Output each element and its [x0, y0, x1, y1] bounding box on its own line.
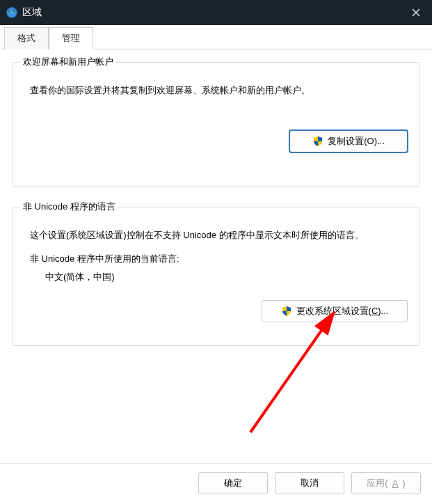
copy-settings-button[interactable]: 复制设置(O)...: [289, 130, 408, 152]
titlebar: 区域: [0, 0, 432, 25]
current-language-label: 非 Unicode 程序中所使用的当前语言:: [30, 253, 408, 265]
group-nonunicode-legend: 非 Unicode 程序的语言: [20, 200, 118, 213]
window-title: 区域: [22, 6, 42, 19]
copy-settings-button-label: 复制设置(O)...: [328, 135, 385, 148]
tab-format[interactable]: 格式: [4, 27, 49, 49]
ok-button[interactable]: 确定: [198, 472, 268, 494]
uac-shield-icon: [312, 136, 323, 147]
change-locale-button[interactable]: 更改系统区域设置(C)...: [262, 300, 408, 322]
tab-strip: 格式 管理: [0, 25, 432, 49]
close-button[interactable]: [400, 0, 432, 25]
tab-admin[interactable]: 管理: [49, 27, 93, 49]
group-welcome: 欢迎屏幕和新用户帐户 查看你的国际设置并将其复制到欢迎屏幕、系统帐户和新的用户帐…: [13, 62, 419, 187]
region-icon: [6, 6, 18, 19]
client-area: 格式 管理 欢迎屏幕和新用户帐户 查看你的国际设置并将其复制到欢迎屏幕、系统帐户…: [0, 25, 432, 504]
current-language-value: 中文(简体，中国): [45, 271, 408, 283]
footer-buttons: 确定 取消 应用(A): [0, 463, 432, 504]
group-nonunicode-desc: 这个设置(系统区域设置)控制在不支持 Unicode 的程序中显示文本时所使用的…: [30, 227, 408, 243]
change-locale-button-label: 更改系统区域设置(C)...: [296, 305, 389, 317]
tab-content: 欢迎屏幕和新用户帐户 查看你的国际设置并将其复制到欢迎屏幕、系统帐户和新的用户帐…: [0, 49, 432, 463]
group-welcome-legend: 欢迎屏幕和新用户帐户: [20, 56, 116, 68]
group-welcome-desc: 查看你的国际设置并将其复制到欢迎屏幕、系统帐户和新的用户帐户。: [30, 82, 408, 98]
uac-shield-icon: [281, 306, 292, 317]
cancel-button[interactable]: 取消: [275, 472, 344, 494]
apply-button[interactable]: 应用(A): [351, 472, 421, 494]
group-nonunicode: 非 Unicode 程序的语言 这个设置(系统区域设置)控制在不支持 Unico…: [13, 207, 419, 346]
